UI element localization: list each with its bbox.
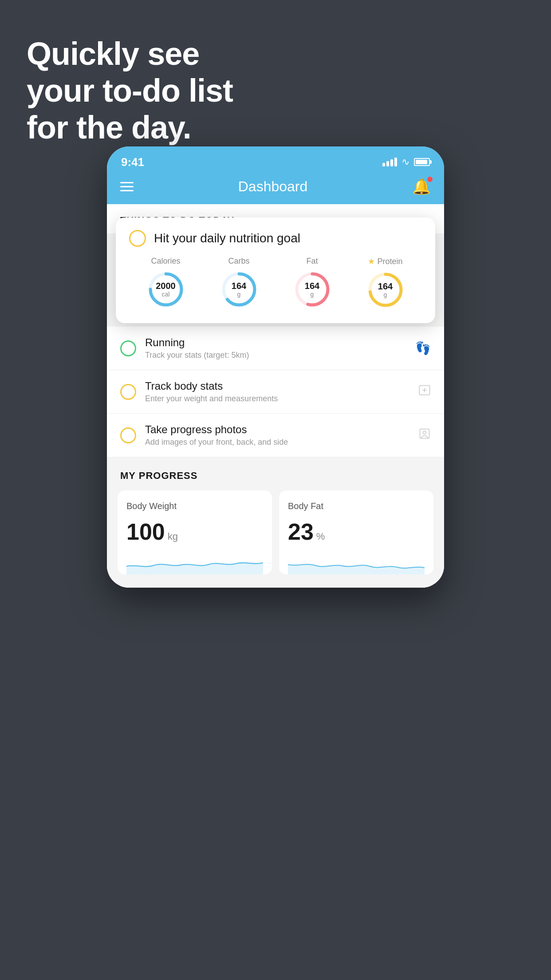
card-title-row: Hit your daily nutrition goal (129, 230, 422, 247)
status-icons: ∿ (382, 156, 430, 168)
progress-cards: Body Weight 100 kg Body Fat (118, 490, 433, 574)
hamburger-line (120, 186, 134, 187)
svg-point-12 (423, 431, 426, 434)
calories-ring: 2000 cal (146, 269, 186, 309)
status-time: 9:41 (121, 155, 144, 169)
todo-title-body-stats: Track body stats (145, 380, 409, 392)
wifi-icon: ∿ (401, 156, 409, 168)
todo-checkbox-body-stats[interactable] (120, 384, 136, 400)
carbs-ring: 164 g (219, 269, 259, 309)
battery-icon (414, 158, 430, 166)
todo-text-photos: Take progress photos Add images of your … (145, 423, 409, 447)
carbs-stat: Carbs 164 g (219, 257, 259, 309)
body-weight-unit: kg (168, 531, 178, 542)
my-progress-section: MY PROGRESS Body Weight 100 kg (107, 457, 444, 588)
status-bar: 9:41 ∿ (107, 146, 444, 171)
todo-subtitle-body-stats: Enter your weight and measurements (145, 394, 409, 403)
hamburger-line (120, 182, 134, 183)
body-weight-card[interactable]: Body Weight 100 kg (118, 490, 272, 574)
body-weight-title: Body Weight (126, 501, 263, 511)
protein-ring: 164 g (366, 270, 405, 310)
fat-ring: 164 g (292, 269, 332, 309)
content-area: THINGS TO DO TODAY Hit your daily nutrit… (107, 204, 444, 588)
body-fat-title: Body Fat (288, 501, 425, 511)
body-fat-card[interactable]: Body Fat 23 % (279, 490, 433, 574)
todo-running[interactable]: Running Track your stats (target: 5km) 👣 (107, 327, 444, 370)
todo-text-running: Running Track your stats (target: 5km) (145, 336, 406, 360)
notification-bell[interactable]: 🔔 (412, 178, 431, 195)
nutrition-card[interactable]: Hit your daily nutrition goal Calories 2… (116, 217, 435, 323)
svg-rect-11 (420, 429, 429, 439)
todo-title-photos: Take progress photos (145, 423, 409, 436)
todo-text-body-stats: Track body stats Enter your weight and m… (145, 380, 409, 403)
phone-mockup: 9:41 ∿ Dashboard 🔔 THI (107, 146, 444, 588)
body-fat-value: 23 % (288, 518, 425, 545)
progress-section-title: MY PROGRESS (118, 470, 433, 482)
body-weight-number: 100 (126, 518, 165, 545)
hero-text: Quickly see your to-do list for the day. (27, 36, 233, 146)
nutrition-card-title: Hit your daily nutrition goal (154, 231, 300, 245)
nutrition-stats: Calories 2000 cal Carbs (129, 257, 422, 310)
signal-icon (382, 158, 397, 166)
fat-stat: Fat 164 g (292, 257, 332, 309)
shoe-icon: 👣 (415, 341, 431, 356)
body-fat-wave (288, 552, 425, 574)
hamburger-line (120, 190, 134, 191)
star-icon: ★ (368, 257, 375, 266)
todo-checkbox-photos[interactable] (120, 427, 136, 443)
protein-stat: ★ Protein 164 g (366, 257, 405, 310)
notification-dot (427, 177, 433, 182)
header-title: Dashboard (238, 178, 308, 195)
calories-stat: Calories 2000 cal (146, 257, 186, 309)
todo-subtitle-running: Track your stats (target: 5km) (145, 351, 406, 360)
body-weight-wave (126, 552, 263, 574)
hamburger-menu[interactable] (120, 182, 134, 191)
protein-label: ★ Protein (368, 257, 402, 266)
todo-checkbox-running[interactable] (120, 340, 136, 356)
portrait-icon (418, 427, 431, 443)
todo-photos[interactable]: Take progress photos Add images of your … (107, 414, 444, 457)
task-checkbox[interactable] (129, 230, 146, 247)
todo-subtitle-photos: Add images of your front, back, and side (145, 438, 409, 447)
body-fat-unit: % (316, 531, 325, 542)
scale-icon (418, 384, 431, 399)
app-header: Dashboard 🔔 (107, 171, 444, 204)
carbs-label: Carbs (228, 257, 249, 266)
todo-title-running: Running (145, 336, 406, 349)
todo-section: Running Track your stats (target: 5km) 👣… (107, 327, 444, 457)
calories-label: Calories (151, 257, 180, 266)
todo-body-stats[interactable]: Track body stats Enter your weight and m… (107, 370, 444, 414)
body-fat-number: 23 (288, 518, 314, 545)
fat-label: Fat (306, 257, 318, 266)
body-weight-value: 100 kg (126, 518, 263, 545)
